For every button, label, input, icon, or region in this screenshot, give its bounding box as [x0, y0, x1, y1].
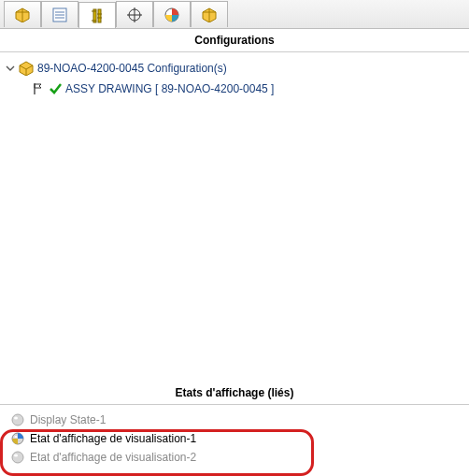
sphere-grey-icon: [11, 451, 24, 464]
tab-property[interactable]: [41, 1, 78, 27]
tab-dim[interactable]: [116, 1, 153, 27]
tab-configuration[interactable]: [78, 2, 116, 28]
tab-bar: [0, 0, 469, 29]
config-icon: [90, 8, 105, 23]
tab-assembly[interactable]: [191, 1, 228, 27]
check-icon: [49, 82, 62, 95]
display-state-row[interactable]: Etat d'affichage de visualisation-2: [6, 448, 463, 467]
config-root-row[interactable]: 89-NOAO-4200-0045 Configuration(s): [2, 58, 467, 79]
display-state-label: Etat d'affichage de visualisation-1: [30, 432, 196, 445]
svg-point-26: [14, 454, 18, 457]
svg-point-21: [12, 414, 23, 426]
svg-rect-8: [98, 9, 101, 22]
section-label: Etats d'affichage (liés): [176, 386, 294, 399]
display-state-label: Display State-1: [30, 413, 106, 426]
flag-icon: [32, 82, 45, 95]
tab-feature-manager[interactable]: [4, 1, 41, 27]
display-state-row[interactable]: Etat d'affichage de visualisation-1: [6, 429, 463, 448]
cube-yellow-icon: [19, 61, 34, 76]
display-state-label: Etat d'affichage de visualisation-2: [30, 451, 196, 464]
display-state-panel: Display State-1 Etat d'affichage de visu…: [0, 405, 469, 476]
cube-yellow-icon: [202, 7, 217, 22]
configuration-tree: 89-NOAO-4200-0045 Configuration(s) ASSY …: [0, 52, 469, 382]
panel-root: Configurations 89-NOAO-4200-0045 Configu…: [0, 0, 469, 476]
svg-point-24: [15, 436, 18, 438]
cube-yellow-icon: [15, 7, 30, 22]
svg-point-22: [14, 417, 18, 420]
display-state-row[interactable]: Display State-1: [6, 411, 463, 429]
pie-icon: [164, 7, 179, 22]
config-child-label: ASSY DRAWING [ 89-NOAO-4200-0045 ]: [65, 82, 274, 95]
section-label: Configurations: [194, 34, 274, 47]
config-child-row[interactable]: ASSY DRAWING [ 89-NOAO-4200-0045 ]: [2, 79, 467, 99]
target-icon: [127, 7, 142, 22]
display-state-list: Display State-1 Etat d'affichage de visu…: [2, 409, 467, 469]
svg-point-25: [12, 452, 23, 463]
section-title-display-states: Etats d'affichage (liés): [0, 382, 469, 405]
collapse-icon[interactable]: [6, 64, 15, 73]
tab-appearance[interactable]: [153, 1, 191, 27]
section-title-configurations: Configurations: [0, 29, 469, 52]
list-icon: [52, 7, 67, 22]
sphere-color-icon: [11, 432, 24, 445]
sphere-grey-icon: [11, 413, 24, 426]
config-root-label: 89-NOAO-4200-0045 Configuration(s): [37, 62, 227, 75]
